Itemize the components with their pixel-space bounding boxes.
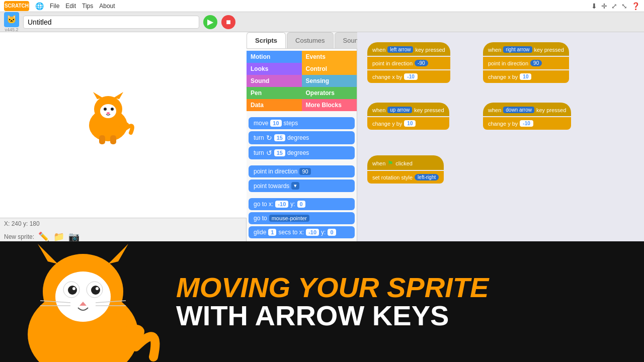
svg-marker-2 (93, 92, 103, 99)
script-green-flag: when ⚑ clicked set rotation style left-r… (367, 155, 444, 185)
menu-edit[interactable]: Edit (65, 3, 76, 10)
script-right-arrow: when right arrow key pressed point in di… (483, 42, 569, 84)
svg-point-20 (68, 286, 77, 295)
coordinates-label: X: 240 y: 180 (4, 220, 40, 227)
hat-green-flag[interactable]: when ⚑ clicked (367, 155, 444, 170)
cat-looks-btn[interactable]: Looks (247, 63, 302, 75)
version-label: v445.2 (5, 27, 18, 32)
block-go-to-xy[interactable]: go to x: -10 y: 0 (249, 198, 355, 210)
draw-sprite-icon[interactable]: ✏️ (38, 231, 49, 242)
menubar: SCRATCH 🌐 File Edit Tips About ⬇ ✛ ⤢ ⤡ ❓ (0, 0, 644, 12)
svg-marker-16 (108, 244, 128, 264)
overlay-title: MOVING YOUR SPRITE WITH ARROW KEYS (166, 263, 644, 340)
sprite-thumbnail: 🐱 (4, 12, 19, 27)
cat-pen-btn[interactable]: Pen (247, 87, 302, 99)
bottom-overlay: MOVING YOUR SPRITE WITH ARROW KEYS (0, 241, 644, 362)
big-cat-illustration (0, 241, 166, 362)
tabs: Scripts Costumes Sounds (247, 32, 357, 49)
title-line2: WITH ARROW KEYS (176, 302, 634, 330)
block-turn-ccw[interactable]: turn ↺ 15 degrees (249, 146, 355, 159)
script-left-arrow: when left arrow key pressed point in dir… (367, 42, 450, 84)
cat-sensing-btn[interactable]: Sensing (302, 75, 357, 87)
cat-events-btn[interactable]: Events (302, 51, 357, 63)
menu-file[interactable]: File (50, 3, 59, 10)
block-point-towards[interactable]: point towards ▾ (249, 179, 355, 192)
toolbar: 🐱 v445.2 ▶ ■ (0, 12, 644, 32)
svg-marker-3 (113, 92, 123, 99)
svg-point-9 (107, 112, 110, 114)
fullscreen2-icon[interactable]: ⤡ (621, 2, 627, 10)
block-change-y-down[interactable]: change y by -10 (483, 117, 571, 130)
cat-data-btn[interactable]: Data (247, 99, 302, 111)
green-flag-button[interactable]: ▶ (203, 15, 217, 29)
project-name-input[interactable] (23, 16, 199, 29)
help-icon[interactable]: ❓ (631, 2, 640, 10)
hat-up-arrow[interactable]: when up arrow key pressed (367, 103, 449, 116)
cat-operators-btn[interactable]: Operators (302, 87, 357, 99)
new-sprite-label: New sprite: (4, 233, 34, 240)
block-point-dir-right[interactable]: point in direction 90 (483, 57, 569, 69)
stage[interactable] (0, 32, 247, 218)
block-glide[interactable]: glide 1 secs to x: -10 y: 0 (249, 226, 355, 238)
cat-control-btn[interactable]: Control (302, 63, 357, 75)
scratch-logo: SCRATCH (4, 1, 29, 11)
stage-status: X: 240 y: 180 (0, 218, 246, 229)
script-up-arrow: when up arrow key pressed change y by 10 (367, 103, 449, 131)
svg-marker-15 (38, 244, 58, 264)
svg-point-21 (91, 286, 100, 295)
svg-rect-11 (110, 135, 116, 144)
svg-point-4 (100, 104, 116, 118)
cat-motion-btn[interactable]: Motion (247, 51, 302, 63)
toolbar-icons: ⬇ ✛ ⤢ ⤡ ❓ (591, 2, 640, 10)
block-move[interactable]: move 10 steps (249, 117, 355, 129)
hat-left-arrow[interactable]: when left arrow key pressed (367, 42, 450, 56)
move-icon[interactable]: ✛ (601, 2, 607, 10)
block-set-rotation[interactable]: set rotation style left-right (367, 171, 444, 184)
cat-sound-btn[interactable]: Sound (247, 75, 302, 87)
svg-point-8 (111, 108, 114, 111)
svg-point-23 (96, 287, 99, 290)
fullscreen-icon[interactable]: ⤢ (611, 2, 617, 10)
menu-about[interactable]: About (99, 3, 115, 10)
hat-down-arrow[interactable]: when down arrow key pressed (483, 103, 571, 116)
menu-tips[interactable]: Tips (82, 3, 93, 10)
svg-rect-10 (99, 135, 105, 144)
upload-sprite-icon[interactable]: 📁 (53, 231, 64, 242)
svg-point-17 (55, 272, 111, 322)
categories: Motion Events Looks Control Sound Sensin… (247, 49, 357, 113)
block-change-x-left[interactable]: change x by -10 (367, 70, 450, 83)
block-go-to-mouse[interactable]: go to mouse-pointer (249, 212, 355, 224)
block-turn-cw[interactable]: turn ↻ 15 degrees (249, 131, 355, 144)
svg-point-7 (104, 108, 107, 111)
block-point-dir[interactable]: point in direction 90 (249, 165, 355, 177)
tab-costumes[interactable]: Costumes (287, 32, 334, 48)
camera-sprite-icon[interactable]: 📷 (68, 231, 79, 242)
block-change-x-right[interactable]: change x by 10 (483, 70, 569, 83)
cat-sprite[interactable] (78, 90, 138, 145)
cat-more-btn[interactable]: More Blocks (302, 99, 357, 111)
block-change-y-up[interactable]: change y by 10 (367, 117, 449, 130)
block-point-dir-left[interactable]: point in direction -90 (367, 57, 450, 69)
svg-point-22 (72, 287, 75, 290)
download-icon[interactable]: ⬇ (591, 2, 597, 10)
globe-icon[interactable]: 🌐 (35, 2, 44, 10)
stop-button[interactable]: ■ (221, 15, 235, 29)
tab-scripts[interactable]: Scripts (247, 32, 286, 48)
script-down-arrow: when down arrow key pressed change y by … (483, 103, 571, 131)
title-line1: MOVING YOUR SPRITE (176, 274, 634, 302)
hat-right-arrow[interactable]: when right arrow key pressed (483, 42, 569, 56)
